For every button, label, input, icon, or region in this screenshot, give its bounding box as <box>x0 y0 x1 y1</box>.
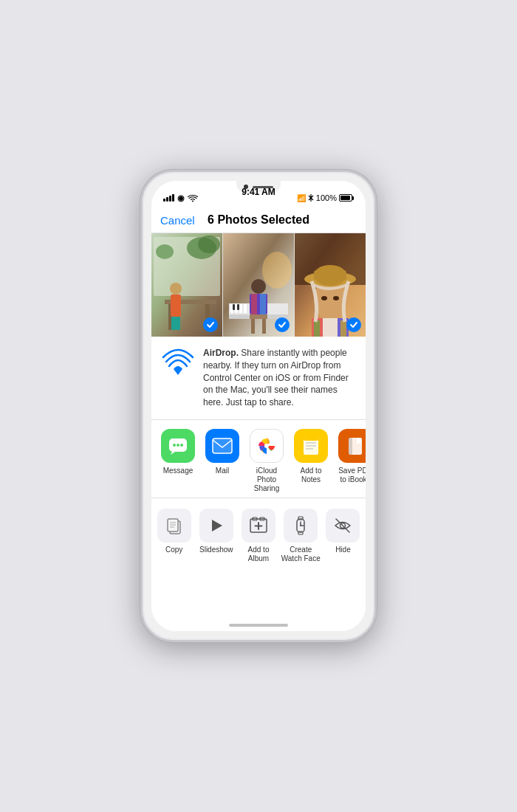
notes-icon <box>294 429 328 463</box>
signal-icon <box>163 194 174 202</box>
action-slideshow[interactable]: Slideshow <box>195 506 237 566</box>
svg-rect-10 <box>171 317 176 330</box>
bluetooth-icon: 📶 <box>297 194 306 202</box>
svg-point-49 <box>264 444 269 448</box>
volume-up-button[interactable] <box>140 275 142 308</box>
svg-rect-70 <box>298 517 303 520</box>
copy-label: Copy <box>165 546 182 554</box>
svg-rect-24 <box>251 294 257 314</box>
photo-1-check[interactable] <box>203 317 218 332</box>
share-notes[interactable]: Add to Notes <box>290 429 332 493</box>
share-row: Message Mail <box>151 420 366 498</box>
svg-point-74 <box>300 525 301 526</box>
svg-rect-26 <box>250 314 267 319</box>
airdrop-icon <box>162 347 194 379</box>
photo-2-check[interactable] <box>275 317 290 332</box>
ibooks-icon <box>338 429 366 463</box>
photo-3-check[interactable] <box>346 317 361 332</box>
bluetooth-icon-svg <box>308 193 314 202</box>
action-create-watch-face[interactable]: Create Watch Face <box>280 506 322 566</box>
icloud-icon <box>250 429 284 463</box>
airdrop-bold: AirDrop. <box>203 348 239 358</box>
airdrop-section[interactable]: AirDrop. Share instantly with people nea… <box>151 337 366 420</box>
share-icloud[interactable]: iCloud Photo Sharing <box>246 429 287 493</box>
svg-rect-21 <box>237 304 239 310</box>
share-ibooks[interactable]: Save PDF to iBooks <box>335 429 366 493</box>
svg-point-8 <box>170 283 182 295</box>
icloud-label: iCloud Photo Sharing <box>246 467 287 493</box>
photos-grid <box>151 233 366 337</box>
svg-point-46 <box>180 444 183 447</box>
svg-marker-63 <box>212 520 222 531</box>
svg-point-45 <box>177 444 179 447</box>
svg-rect-9 <box>171 295 181 317</box>
action-add-to-album[interactable]: Add to Album <box>237 506 279 566</box>
svg-rect-11 <box>176 317 180 330</box>
share-mail[interactable]: Mail <box>202 429 243 493</box>
share-message[interactable]: Message <box>157 429 199 493</box>
photo-cell-2[interactable] <box>223 233 294 337</box>
phone-frame: ◉ 9:41 AM 📶 100% <box>140 170 377 642</box>
battery-icon <box>339 194 354 202</box>
mail-icon <box>205 429 239 463</box>
svg-rect-27 <box>251 319 255 334</box>
mute-button[interactable] <box>140 246 142 266</box>
svg-point-22 <box>251 279 266 294</box>
watch-face-icon <box>284 509 318 543</box>
svg-rect-18 <box>239 304 242 313</box>
hide-label: Hide <box>335 546 351 554</box>
add-to-album-label: Add to Album <box>239 546 278 563</box>
time-display: 9:41 AM <box>242 187 275 197</box>
svg-point-13 <box>262 252 292 289</box>
message-icon <box>161 429 195 463</box>
battery-percent: 100% <box>316 193 337 202</box>
ibooks-label: Save PDF to iBooks <box>335 467 366 484</box>
power-button[interactable] <box>375 275 377 320</box>
status-left: ◉ <box>163 193 198 203</box>
status-bar: ◉ 9:41 AM 📶 100% <box>151 181 366 209</box>
svg-rect-25 <box>260 294 266 314</box>
create-watch-face-label: Create Watch Face <box>281 546 321 563</box>
svg-rect-19 <box>244 304 247 313</box>
cancel-button[interactable]: Cancel <box>160 214 195 227</box>
svg-rect-20 <box>233 304 235 310</box>
screen: ◉ 9:41 AM 📶 100% <box>151 181 366 631</box>
action-hide[interactable]: Hide <box>322 506 364 566</box>
mail-label: Mail <box>216 467 229 475</box>
photo-cell-3[interactable] <box>295 233 366 337</box>
svg-rect-28 <box>262 319 266 334</box>
wifi-icon: ◉ <box>177 193 185 203</box>
svg-point-44 <box>173 444 176 447</box>
message-label: Message <box>163 467 194 475</box>
action-copy[interactable]: Copy <box>153 506 195 566</box>
svg-line-76 <box>336 519 349 532</box>
add-to-album-icon <box>242 509 275 543</box>
svg-rect-71 <box>298 531 303 534</box>
action-row: Copy Slideshow <box>151 498 366 571</box>
hide-icon <box>326 509 360 543</box>
svg-rect-56 <box>349 438 352 455</box>
wifi-signal-icon <box>188 194 198 202</box>
svg-rect-54 <box>304 437 318 441</box>
slideshow-label: Slideshow <box>199 546 233 554</box>
volume-down-button[interactable] <box>140 317 142 349</box>
notes-label: Add to Notes <box>290 467 332 484</box>
slideshow-icon <box>199 509 233 543</box>
airdrop-description: AirDrop. Share instantly with people nea… <box>203 347 355 409</box>
page-title: 6 Photos Selected <box>208 213 309 227</box>
navigation-bar: Cancel 6 Photos Selected <box>151 209 366 233</box>
svg-point-3 <box>198 235 220 253</box>
home-indicator[interactable] <box>229 624 288 627</box>
copy-icon <box>157 509 191 543</box>
svg-point-4 <box>156 244 174 259</box>
svg-rect-47 <box>213 438 232 453</box>
photo-cell-1[interactable] <box>151 233 222 337</box>
status-right: 📶 100% <box>297 193 354 202</box>
